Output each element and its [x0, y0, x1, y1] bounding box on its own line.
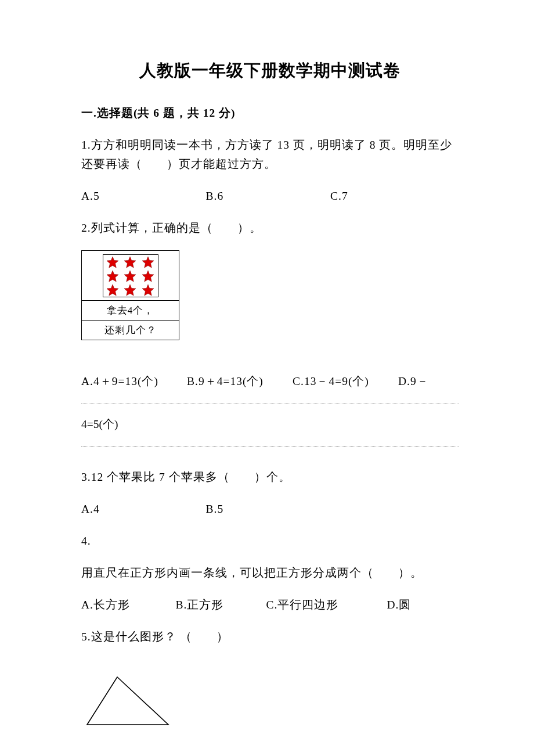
svg-marker-5	[142, 271, 154, 282]
question-5: 5.这是什么图形？ （ ）	[81, 627, 459, 646]
star-icon	[123, 269, 137, 283]
q2-opt-d: D.9－	[398, 361, 459, 402]
svg-marker-4	[124, 271, 136, 282]
svg-marker-9	[87, 677, 168, 725]
q4-opt-c: C.平行四边形	[266, 595, 387, 614]
svg-marker-6	[107, 285, 118, 296]
svg-marker-3	[107, 271, 118, 282]
q2-figure: 拿去4个， 还剩几个？	[81, 250, 179, 340]
triangle-icon	[81, 674, 174, 729]
q2-opt-d-cont: 4=5(个)	[81, 404, 459, 447]
q1-opt-a: A.5	[81, 186, 206, 206]
section-1-header: 一.选择题(共 6 题，共 12 分)	[81, 105, 459, 121]
star-icon	[106, 283, 120, 297]
question-4-num: 4.	[81, 531, 459, 550]
q2-opt-c: C.13－4=9(个)	[293, 361, 398, 402]
question-4: 用直尺在正方形内画一条线，可以把正方形分成两个（ ）。	[81, 563, 459, 582]
q2-fig-row2: 还剩几个？	[82, 321, 179, 340]
svg-marker-8	[142, 285, 154, 296]
q4-opt-b: B.正方形	[176, 595, 266, 614]
star-icon	[141, 269, 155, 283]
star-icon	[106, 269, 120, 283]
question-1-options: A.5 B.6 C.7	[81, 186, 459, 206]
star-icon	[141, 255, 155, 269]
q1-opt-b: B.6	[206, 186, 331, 206]
question-4-options: A.长方形 B.正方形 C.平行四边形 D.圆	[81, 595, 459, 614]
question-2: 2.列式计算，正确的是（ ）。	[81, 218, 459, 237]
q2-star-grid	[103, 254, 158, 297]
svg-marker-7	[124, 285, 136, 296]
star-icon	[123, 283, 137, 297]
q4-opt-d: D.圆	[387, 595, 459, 614]
star-icon	[106, 255, 120, 269]
question-2-options: A.4＋9=13(个) B.9＋4=13(个) C.13－4=9(个) D.9－…	[81, 361, 459, 446]
question-3-options: A.4 B.5	[81, 499, 459, 519]
q1-opt-c: C.7	[330, 186, 455, 206]
q3-opt-a: A.4	[81, 499, 206, 519]
question-1: 1.方方和明明同读一本书，方方读了 13 页，明明读了 8 页。明明至少还要再读…	[81, 135, 459, 174]
page-title: 人教版一年级下册数学期中测试卷	[81, 58, 459, 84]
question-3: 3.12 个苹果比 7 个苹果多（ ）个。	[81, 467, 459, 487]
q2-opt-b: B.9＋4=13(个)	[187, 361, 293, 402]
star-icon	[141, 283, 155, 297]
star-icon	[123, 255, 137, 269]
q3-opt-b: B.5	[206, 499, 331, 519]
q4-opt-a: A.长方形	[81, 595, 176, 614]
q2-opt-a: A.4＋9=13(个)	[81, 361, 187, 402]
svg-marker-0	[107, 257, 118, 268]
svg-marker-2	[142, 257, 154, 268]
q2-fig-row1: 拿去4个，	[82, 301, 179, 321]
svg-marker-1	[124, 257, 136, 268]
